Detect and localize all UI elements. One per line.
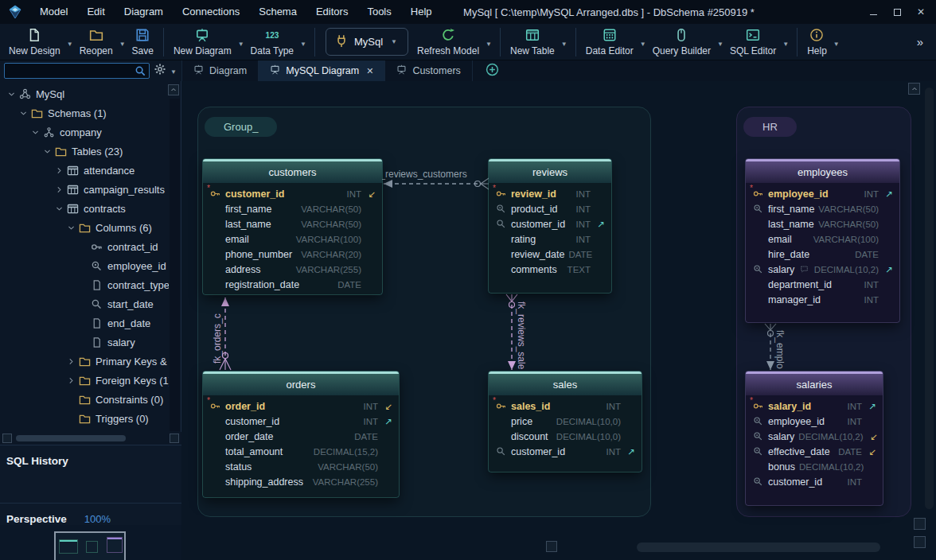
column-row-product-id[interactable]: product_idINT [489,201,611,216]
tab-diagram[interactable]: Diagram [181,60,259,81]
chevron-down-icon[interactable] [53,204,65,213]
help-dropdown-caret-icon[interactable]: ▼ [831,41,842,48]
chevron-down-icon[interactable] [41,147,53,156]
menu-editors[interactable]: Editors [306,0,357,24]
new-table-dropdown-caret-icon[interactable]: ▼ [559,41,570,48]
tree-horizontal-scrollbar[interactable] [0,432,181,445]
column-row-customer-id[interactable]: customer_idINT↗ [489,216,611,231]
tree-item-foreign-keys-1[interactable]: Foreign Keys (1) [0,371,169,390]
tree-item-company[interactable]: company [0,122,169,142]
column-row-hire-date[interactable]: hire_dateDATE [746,247,899,262]
column-row-rating[interactable]: ratingINT [489,231,611,247]
data-editor-dropdown-caret-icon[interactable]: ▼ [638,41,649,48]
tab-customers[interactable]: Customers [385,60,472,81]
scroll-thumb[interactable] [16,435,126,441]
column-row-email[interactable]: emailVARCHAR(100) [746,231,899,247]
help-button[interactable]: Help [803,27,831,57]
tree-settings[interactable]: ▼ [154,63,179,79]
tree-item-contracts[interactable]: contracts [0,199,169,218]
table-node-sales[interactable]: salessales_idINTpriceDECIMAL(10,0)discou… [489,371,642,472]
column-row-status[interactable]: statusVARCHAR(50) [203,459,399,474]
column-row-email[interactable]: emailVARCHAR(100) [203,231,382,247]
menu-schema[interactable]: Schema [249,0,306,24]
table-node-salaries[interactable]: salariessalary_idINT↗employee_idINTsalar… [746,371,883,505]
tree-item-tables-23[interactable]: Tables (23) [0,142,169,161]
chevron-down-icon[interactable] [64,224,77,232]
new-diagram-dropdown-caret-icon[interactable]: ▼ [236,41,247,48]
table-header[interactable]: reviews [489,161,611,183]
refresh-model-dropdown-caret-icon[interactable]: ▼ [483,41,494,48]
canvas-collapse-button[interactable] [908,83,920,95]
reopen-dropdown-caret-icon[interactable]: ▼ [117,41,128,48]
menu-edit[interactable]: Edit [77,0,114,24]
column-row-first-name[interactable]: first_nameVARCHAR(50) [746,201,899,216]
canvas-vertical-scrollbar[interactable] [925,88,934,509]
scroll-left-button[interactable] [2,434,12,443]
chevron-right-icon[interactable] [53,185,65,194]
chevron-right-icon[interactable] [64,357,77,366]
column-row-shipping-address[interactable]: shipping_addressVARCHAR(255) [203,474,399,489]
column-row-salary-id[interactable]: salary_idINT↗ [746,399,883,414]
query-builder-button[interactable]: Query Builder [649,27,715,57]
column-row-review-id[interactable]: review_idINT [489,186,611,201]
zoom-level[interactable]: 100% [84,504,111,525]
column-row-salary[interactable]: salaryDECIMAL(10,2)↙ [746,429,883,444]
minimap[interactable] [0,525,181,560]
chevron-down-icon[interactable] [5,90,18,99]
table-node-customers[interactable]: customerscustomer_idINT↙first_nameVARCHA… [203,159,382,294]
menu-help[interactable]: Help [401,0,442,24]
menu-tools[interactable]: Tools [357,0,400,24]
column-row-customer-id[interactable]: customer_idINT [746,474,883,489]
column-row-total-amount[interactable]: total_amountDECIMAL(15,2) [203,444,399,459]
tab-close-icon[interactable]: ✕ [366,66,373,76]
new-tab-button[interactable] [473,60,512,81]
column-row-sales-id[interactable]: sales_idINT [489,399,642,414]
chevron-down-icon[interactable] [29,128,41,137]
column-row-customer-id[interactable]: customer_idINT↙ [203,186,382,201]
tree-item-schemas-1[interactable]: Schemas (1) [0,103,169,122]
column-row-department-id[interactable]: department_idINT [746,277,899,292]
column-row-employee-id[interactable]: employee_idINT↗ [746,186,899,201]
canvas-horizontal-scrollbar[interactable] [637,542,880,552]
tree-item-triggers-0[interactable]: Triggers (0) [0,409,169,428]
column-row-review-date[interactable]: review_dateDATE [489,247,611,262]
column-row-customer-id[interactable]: customer_idINT↗ [203,414,399,429]
maximize-button[interactable] [887,3,907,21]
tree-item-columns-6[interactable]: Columns (6) [0,218,169,237]
tree-item-constraints-0[interactable]: Constraints (0) [0,390,169,409]
search-icon[interactable] [135,65,146,80]
canvas-corner-button-1[interactable] [914,518,926,530]
data-type-dropdown-caret-icon[interactable]: ▼ [298,41,309,48]
canvas-corner-button-2[interactable] [914,536,926,548]
column-row-salary[interactable]: salaryDECIMAL(10,2)↗ [746,262,899,277]
tree-item-mysql[interactable]: MySql [0,84,169,103]
tree-item-campaign-results[interactable]: campaign_results [0,180,169,199]
toolbar-overflow-button[interactable]: » [909,35,931,49]
column-row-last-name[interactable]: last_nameVARCHAR(50) [746,216,899,231]
column-row-discount[interactable]: discountDECIMAL(10,0) [489,429,642,444]
column-row-phone-number[interactable]: phone_numberVARCHAR(20) [203,247,382,262]
tree-item-start-date[interactable]: start_date [0,294,169,313]
column-row-address[interactable]: addressVARCHAR(255) [203,262,382,277]
chevron-down-icon[interactable] [17,109,29,118]
tree-item-salary[interactable]: salary [0,332,169,352]
save-button[interactable]: Save [128,27,158,57]
table-header[interactable]: orders [203,374,399,395]
column-row-comments[interactable]: commentsTEXT [489,262,611,277]
tree-collapse-button[interactable] [168,84,179,95]
tree-item-primary-keys-in[interactable]: Primary Keys & In [0,352,169,371]
tree-item-attendance[interactable]: attendance [0,161,169,180]
menu-diagram[interactable]: Diagram [115,0,173,24]
column-row-customer-id[interactable]: customer_idINT↗ [489,444,642,459]
column-row-first-name[interactable]: first_nameVARCHAR(50) [203,201,382,216]
refresh-model-button[interactable]: Refresh Model [413,27,483,57]
column-row-manager-id[interactable]: manager_idINT [746,292,899,307]
diagram-canvas[interactable]: fk_reviews_customersfk_orders_cfk_review… [181,81,936,560]
group-label[interactable]: HR [743,117,797,137]
tab-mysql-diagram[interactable]: MySQL Diagram✕ [259,60,385,81]
column-row-employee-id[interactable]: employee_idINT [746,414,883,429]
group-label[interactable]: Group_ [205,117,277,137]
table-header[interactable]: customers [203,161,382,183]
column-row-effective-date[interactable]: effective_dateDATE↙ [746,444,883,459]
new-table-button[interactable]: New Table [506,27,559,57]
